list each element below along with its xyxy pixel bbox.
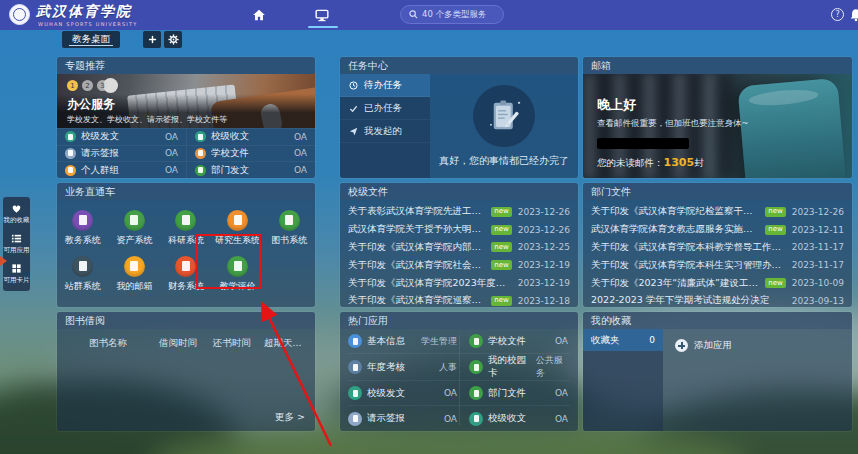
- desktop-tab-active[interactable]: 教务桌面: [62, 31, 120, 48]
- search-input[interactable]: 40 个多类型服务: [400, 5, 504, 24]
- hot-app-request-approval[interactable]: 请示签报OA: [348, 406, 459, 431]
- panel-my-favorites: 我的收藏 收藏夹 0 添加应用: [583, 312, 852, 431]
- person-icon: [65, 165, 76, 176]
- panel-featured-title: 专题推荐: [57, 57, 315, 74]
- file-title: 关于印发《武汉体育学院2023年度综合考核实施方案》的通知: [348, 277, 512, 290]
- hot-app-school-outgoing[interactable]: 校级发文OA: [348, 381, 459, 406]
- rail-item-label: 可用应用: [4, 246, 30, 255]
- dept-files-list: 关于印发《武汉体育学院纪检监察干部之间违规打听、过问、...new2023-12…: [583, 200, 852, 307]
- link-label: 校级发文: [81, 130, 119, 143]
- link-dept-outgoing-doc[interactable]: 部门发文OA: [186, 161, 315, 178]
- grid-icon: [11, 263, 22, 274]
- featured-carousel[interactable]: 1 2 3 办公服务 学校发文、学校收文、请示签报、学校文件等: [57, 74, 315, 128]
- new-badge: new: [491, 260, 511, 270]
- hot-app-basic-info[interactable]: 基本信息学生管理: [348, 329, 459, 354]
- search-placeholder: 40 个多类型服务: [422, 9, 487, 21]
- file-date: 2023-12-19: [512, 278, 570, 288]
- hot-app-dept-files[interactable]: 部门文件OA: [459, 381, 570, 406]
- file-date: 2023-12-25: [512, 242, 570, 252]
- link-tag: OA: [165, 132, 178, 142]
- app-label: 学校文件: [488, 335, 526, 348]
- clipboard-icon: [473, 85, 535, 147]
- link-school-outgoing-doc[interactable]: 校级发文OA: [57, 128, 186, 145]
- app-label: 请示签报: [367, 412, 405, 425]
- app-label: 资产系统: [116, 234, 152, 247]
- rail-item-favorites[interactable]: 我的收藏: [3, 203, 30, 225]
- app-category: 学生管理: [421, 335, 459, 348]
- file-row[interactable]: 关于印发《武汉体育学院本科教学督导工作管理办法（试行）...new2023-11…: [591, 239, 844, 257]
- file-row[interactable]: 武汉体育学院体育支教志愿服务实施办法（试行）new2023-12-11: [591, 221, 844, 239]
- carousel-pagination: 1 2 3: [67, 80, 108, 91]
- carousel-page-3[interactable]: 3: [97, 80, 108, 91]
- link-school-incoming-doc[interactable]: 校级收文OA: [186, 128, 315, 145]
- hot-app-school-incoming[interactable]: 校级收文OA: [459, 406, 570, 431]
- file-row[interactable]: 关于印发《2023年“清廉武体”建设工作计划》的通知new2023-10-09: [591, 274, 844, 292]
- add-app-button[interactable]: 添加应用: [675, 339, 732, 352]
- mailbox-card[interactable]: 晚上好 查看邮件很重要，但加班也要注意身体~ 您的未读邮件：1305封: [583, 74, 852, 178]
- desktop-tab-icon[interactable]: [315, 8, 329, 22]
- app-my-mail[interactable]: 我的邮箱: [109, 256, 161, 293]
- link-request-approval[interactable]: 请示签报OA: [57, 145, 186, 162]
- file-row[interactable]: 关于印发《武汉体育学院内部审计业务外包管理办法》的通知new2023-12-25: [348, 239, 570, 257]
- mail-unread-label: 您的未读邮件：: [597, 157, 664, 168]
- rail-item-available-apps[interactable]: 可用应用: [3, 233, 30, 255]
- file-date: 2023-12-26: [512, 207, 570, 217]
- panel-mailbox-title: 邮箱: [583, 57, 852, 74]
- home-icon[interactable]: [252, 8, 266, 22]
- hot-app-school-files[interactable]: 学校文件OA: [459, 329, 570, 354]
- app-label: 年度考核: [367, 361, 405, 374]
- file-row[interactable]: 关于表彰武汉体育学院先进工作者的决定new2023-12-26: [348, 203, 570, 221]
- search-icon: [409, 10, 418, 19]
- task-menu-label: 已办任务: [364, 102, 402, 115]
- carousel-page-1[interactable]: 1: [67, 80, 78, 91]
- services-grid: 教务系统 资产系统 科研系统 研究生系统 图书系统 站群系统 我的邮箱 财务系统…: [57, 200, 315, 307]
- app-library[interactable]: 图书系统: [263, 210, 315, 247]
- app-teaching-evaluation[interactable]: 教学评价: [212, 256, 264, 293]
- app-academic-affairs[interactable]: 教务系统: [57, 210, 109, 247]
- file-row[interactable]: 关于印发《武汉体育学院2023年度综合考核实施方案》的通知new2023-12-…: [348, 274, 570, 292]
- task-menu-label: 我发起的: [364, 125, 402, 138]
- carousel-page-2[interactable]: 2: [82, 80, 93, 91]
- app-site-group[interactable]: 站群系统: [57, 256, 109, 293]
- notification-bell-icon[interactable]: [849, 8, 858, 22]
- favorites-folder-item[interactable]: 收藏夹 0: [583, 329, 663, 351]
- panel-library: 图书借阅 图书名称 借阅时间 还书时间 超期天... 更多 >: [57, 312, 315, 431]
- library-more-link[interactable]: 更多 >: [275, 411, 305, 424]
- app-assets[interactable]: 资产系统: [109, 210, 161, 247]
- task-menu-pending[interactable]: 待办任务: [340, 74, 430, 97]
- link-label: 个人群组: [81, 164, 119, 177]
- file-row[interactable]: 关于印发《武汉体育学院巡察组干部管理办法(试行)》的通知new2023-12-1…: [348, 292, 570, 307]
- task-menu-done[interactable]: 已办任务: [340, 97, 430, 120]
- app-category: OA: [444, 414, 459, 424]
- panel-business-express-title: 业务直通车: [57, 183, 315, 200]
- link-school-files[interactable]: 学校文件OA: [186, 145, 315, 162]
- hot-app-annual-review[interactable]: 年度考核人事: [348, 354, 459, 381]
- library-col-return-time: 还书时间: [205, 337, 259, 350]
- file-title: 关于印发《武汉体育学院纪检监察干部之间违规打听、过问、...: [591, 205, 761, 218]
- desktop-settings-button[interactable]: [164, 31, 182, 48]
- app-research[interactable]: 科研系统: [160, 210, 212, 247]
- help-icon[interactable]: ?: [831, 8, 844, 21]
- rail-item-available-cards[interactable]: 可用卡片: [3, 263, 30, 285]
- task-menu-initiated[interactable]: 我发起的: [340, 120, 430, 143]
- hot-app-campus-card[interactable]: 我的校园卡公共服务: [459, 354, 570, 381]
- file-date: 2023-10-09: [786, 278, 844, 288]
- left-rail: 我的收藏 可用应用 可用卡片: [3, 197, 30, 291]
- file-row[interactable]: 2022-2023 学年下学期考试违规处分决定new2023-09-13: [591, 292, 844, 307]
- panel-task-center-title: 任务中心: [340, 57, 578, 74]
- file-row[interactable]: 关于印发《武汉体育学院纪检监察干部之间违规打听、过问、...new2023-12…: [591, 203, 844, 221]
- app-icon: [124, 256, 145, 277]
- app-icon: [124, 210, 145, 231]
- featured-links: 校级发文OA 校级收文OA 请示签报OA 学校文件OA 个人群组OA 部门发文O…: [57, 128, 315, 178]
- app-finance[interactable]: 财务系统: [160, 256, 212, 293]
- add-desktop-button[interactable]: [143, 31, 161, 48]
- file-row[interactable]: 关于印发《武汉体育学院本科生实习管理办法（修订）》的通知new2023-11-1…: [591, 256, 844, 274]
- link-label: 部门发文: [211, 164, 249, 177]
- file-row[interactable]: 武汉体育学院关于授予孙大明等2人博士学位、黄骞等37人硕...new2023-1…: [348, 221, 570, 239]
- app-icon: [348, 386, 362, 400]
- file-row[interactable]: 关于印发《武汉体育学院社会合作管理办法》的通知new2023-12-19: [348, 256, 570, 274]
- panel-hot-apps-title: 热门应用: [340, 312, 578, 329]
- link-personal-groups[interactable]: 个人群组OA: [57, 161, 186, 178]
- link-tag: OA: [294, 165, 307, 175]
- app-graduate[interactable]: 研究生系统: [212, 210, 264, 247]
